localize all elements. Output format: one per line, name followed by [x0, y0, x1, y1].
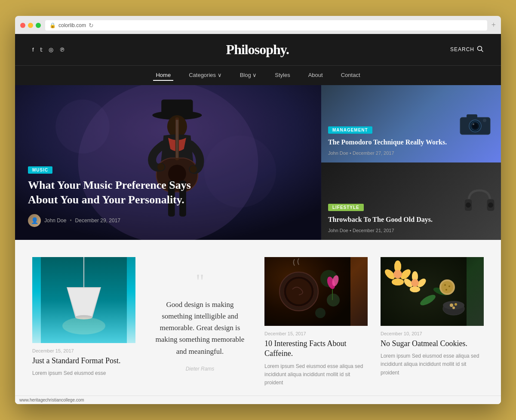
status-url: www.heritagechristiancollege.com	[19, 398, 84, 402]
search-label: SEARCH	[450, 46, 474, 52]
side-2-separator: •	[350, 228, 353, 233]
post-4-image	[381, 257, 484, 326]
svg-point-54	[393, 270, 402, 279]
hero-tag[interactable]: MUSIC	[28, 166, 52, 174]
hero-meta: 👤 John Doe • December 29, 2017	[28, 214, 191, 227]
post-3-title: 10 Interesting Facts About Caffeine.	[264, 339, 368, 359]
site-logo[interactable]: Philosophy.	[226, 42, 289, 58]
hero-main-content: MUSIC What Your Music Preference Says Ab…	[28, 166, 191, 227]
meta-separator: •	[70, 218, 71, 224]
post-3-date: December 15, 2017	[264, 331, 368, 336]
svg-point-61	[410, 286, 420, 292]
post-card-1[interactable]: December 15, 2017 Just a Standard Format…	[32, 257, 135, 387]
svg-point-24	[483, 119, 486, 122]
browser-dots	[20, 23, 41, 28]
hero-side-articles: MANAGEMENT The Pomodoro Technique Really…	[321, 85, 501, 240]
svg-point-41	[315, 308, 326, 318]
nav-styles[interactable]: Styles	[272, 70, 292, 81]
svg-point-40	[327, 294, 340, 307]
nav-contact[interactable]: Contact	[338, 70, 363, 81]
side-1-meta: John Doe • December 27, 2017	[328, 150, 447, 156]
quote-icon: "	[196, 271, 204, 292]
author-avatar: 👤	[28, 214, 41, 227]
quote-text: Good design is making something intellig…	[153, 299, 247, 357]
headphone-image	[462, 186, 497, 216]
hero-main-article[interactable]: MUSIC What Your Music Preference Says Ab…	[15, 85, 321, 240]
site-header: f 𝕥 ◎ ℗ Philosophy. SEARCH	[15, 34, 501, 65]
new-tab-button[interactable]: +	[491, 21, 496, 30]
main-content: December 15, 2017 Just a Standard Format…	[15, 240, 501, 395]
post-card-4[interactable]: December 10, 2017 No Sugar Oatmeal Cooki…	[381, 257, 484, 387]
nav-about[interactable]: About	[306, 70, 326, 81]
side-article-1-content: MANAGEMENT The Pomodoro Technique Really…	[328, 126, 447, 156]
facebook-icon[interactable]: f	[32, 46, 34, 53]
social-icons: f 𝕥 ◎ ℗	[32, 46, 65, 53]
nav-categories[interactable]: Categories ∨	[186, 70, 224, 81]
address-bar[interactable]: 🔒 colorlib.com ↻	[45, 20, 487, 31]
nav-blog[interactable]: Blog ∨	[237, 70, 260, 81]
svg-point-63	[411, 279, 419, 287]
post-4-date: December 10, 2017	[381, 331, 484, 336]
svg-point-28	[488, 202, 493, 208]
svg-point-34	[62, 317, 105, 334]
side-1-tag[interactable]: MANAGEMENT	[328, 126, 372, 134]
svg-point-68	[444, 284, 446, 286]
svg-rect-45	[381, 257, 467, 326]
site-nav: Home Categories ∨ Blog ∨ Styles About Co…	[15, 65, 501, 85]
instagram-icon[interactable]: ◎	[49, 46, 53, 53]
post-3-image	[264, 257, 368, 326]
browser-window: 🔒 colorlib.com ↻ + f 𝕥 ◎ ℗ Philosophy. S…	[15, 16, 501, 404]
website-content: f 𝕥 ◎ ℗ Philosophy. SEARCH Home Categori…	[15, 34, 501, 404]
pinterest-icon[interactable]: ℗	[59, 46, 65, 53]
side-2-meta: John Doe • December 21, 2017	[328, 228, 433, 233]
side-1-separator: •	[350, 150, 353, 156]
post-4-excerpt: Lorem ipsum Sed eiusmod esse aliqua sed …	[381, 352, 484, 377]
post-4-title: No Sugar Oatmeal Cookies.	[381, 339, 484, 349]
hero-date: December 29, 2017	[75, 218, 120, 224]
post-1-date: December 15, 2017	[32, 348, 135, 353]
hero-title: What Your Music Preference Says About Yo…	[28, 178, 191, 207]
lock-icon: 🔒	[49, 22, 56, 28]
posts-grid: December 15, 2017 Just a Standard Format…	[32, 257, 484, 387]
browser-chrome: 🔒 colorlib.com ↻ +	[15, 16, 501, 34]
svg-point-38	[286, 279, 312, 304]
svg-point-75	[452, 307, 455, 309]
svg-point-67	[441, 281, 453, 293]
post-1-image	[32, 257, 135, 343]
side-2-tag[interactable]: LIFESTYLE	[328, 204, 364, 211]
hero-author: John Doe	[44, 218, 66, 224]
twitter-icon[interactable]: 𝕥	[40, 46, 43, 53]
camera-image	[458, 111, 492, 137]
svg-point-69	[448, 285, 450, 287]
post-1-excerpt: Lorem ipsum Sed eiusmod esse	[32, 369, 135, 377]
hero-section: MUSIC What Your Music Preference Says Ab…	[15, 85, 501, 240]
svg-point-27	[466, 202, 471, 208]
svg-point-23	[473, 123, 474, 125]
side-2-author: John Doe	[328, 228, 348, 233]
svg-point-74	[455, 303, 457, 306]
svg-point-16	[55, 99, 110, 153]
side-1-title: The Pomodoro Technique Really Works.	[328, 138, 447, 147]
url-text: colorlib.com	[58, 22, 86, 28]
refresh-button[interactable]: ↻	[89, 22, 94, 29]
maximize-button[interactable]	[36, 23, 41, 28]
post-card-quote: " Good design is making something intell…	[148, 257, 252, 387]
side-article-2-content: LIFESTYLE Throwback To The Good Old Days…	[328, 203, 433, 233]
quote-author: Dieter Rams	[186, 366, 215, 372]
post-3-excerpt: Lorem ipsum Sed eiusmod esse aliqua sed …	[264, 362, 368, 387]
search-button[interactable]: SEARCH	[450, 46, 484, 54]
post-1-title: Just a Standard Format Post.	[32, 356, 135, 366]
search-icon	[477, 46, 484, 54]
post-card-3[interactable]: December 15, 2017 10 Interesting Facts A…	[264, 257, 368, 387]
side-2-title: Throwback To The Good Old Days.	[328, 215, 433, 224]
close-button[interactable]	[20, 23, 25, 28]
quote-card: " Good design is making something intell…	[148, 257, 252, 386]
svg-point-17	[204, 135, 276, 208]
minimize-button[interactable]	[28, 23, 33, 28]
side-article-2[interactable]: LIFESTYLE Throwback To The Good Old Days…	[321, 162, 501, 240]
svg-rect-5	[161, 99, 193, 117]
svg-line-1	[481, 50, 483, 52]
svg-rect-19	[467, 114, 477, 120]
side-article-1[interactable]: MANAGEMENT The Pomodoro Technique Really…	[321, 85, 501, 162]
nav-home[interactable]: Home	[153, 70, 173, 81]
